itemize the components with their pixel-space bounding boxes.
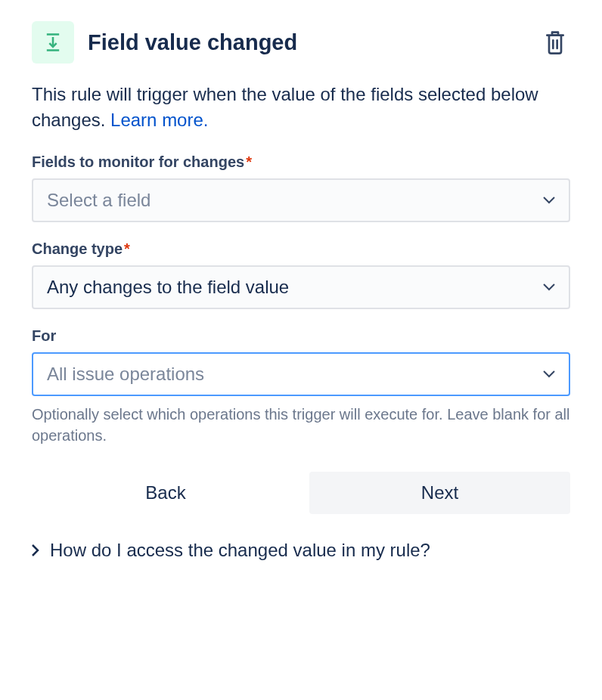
for-group: For All issue operations Optionally sele… — [32, 327, 570, 446]
for-select[interactable]: All issue operations — [32, 352, 570, 396]
panel-title: Field value changed — [88, 30, 297, 55]
for-label: For — [32, 327, 570, 345]
expand-label: How do I access the changed value in my … — [50, 540, 430, 561]
select-placeholder: Select a field — [47, 190, 150, 211]
button-row: Back Next — [32, 472, 570, 514]
panel-header: Field value changed — [32, 21, 570, 63]
chevron-down-icon — [543, 367, 555, 381]
for-help-text: Optionally select which operations this … — [32, 404, 570, 446]
back-button[interactable]: Back — [37, 472, 294, 514]
chevron-right-icon — [32, 540, 39, 561]
change-type-group: Change type* Any changes to the field va… — [32, 240, 570, 309]
fields-to-monitor-group: Fields to monitor for changes* Select a … — [32, 153, 570, 222]
fields-to-monitor-label: Fields to monitor for changes* — [32, 153, 570, 171]
select-value: Any changes to the field value — [47, 277, 289, 298]
header-left: Field value changed — [32, 21, 297, 63]
required-indicator: * — [246, 153, 252, 170]
change-type-label: Change type* — [32, 240, 570, 258]
learn-more-link[interactable]: Learn more. — [110, 110, 208, 130]
expand-help-row[interactable]: How do I access the changed value in my … — [32, 540, 570, 561]
fields-to-monitor-select[interactable]: Select a field — [32, 178, 570, 222]
field-value-changed-icon — [32, 21, 74, 63]
chevron-down-icon — [543, 194, 555, 207]
description-body: This rule will trigger when the value of… — [32, 84, 538, 130]
change-type-select[interactable]: Any changes to the field value — [32, 265, 570, 309]
trash-icon — [543, 29, 567, 56]
chevron-down-icon — [543, 280, 555, 294]
required-indicator: * — [124, 240, 130, 257]
next-button[interactable]: Next — [309, 472, 570, 514]
select-placeholder: All issue operations — [47, 364, 204, 385]
description-text: This rule will trigger when the value of… — [32, 82, 570, 132]
delete-button[interactable] — [540, 27, 570, 57]
